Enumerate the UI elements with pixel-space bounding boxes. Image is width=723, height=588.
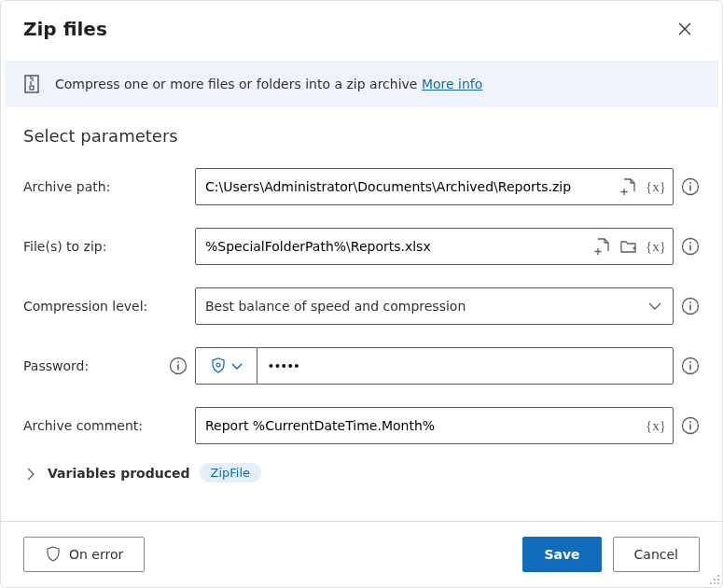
insert-variable-button[interactable] [645, 415, 665, 436]
files-to-zip-field [195, 228, 674, 265]
svg-point-12 [717, 582, 719, 584]
archive-path-input[interactable] [196, 169, 619, 204]
info-icon [681, 416, 700, 435]
dialog-title: Zip files [23, 18, 107, 40]
variables-produced-label: Variables produced [48, 466, 190, 481]
info-description: Compress one or more files or folders in… [55, 77, 422, 91]
label-compression-level: Compression level: [23, 299, 188, 314]
save-button[interactable]: Save [522, 537, 601, 572]
help-password[interactable] [681, 357, 700, 375]
more-info-link[interactable]: More info [422, 77, 482, 91]
cancel-button[interactable]: Cancel [613, 537, 700, 572]
variables-expand-toggle[interactable] [23, 466, 38, 481]
content-area: Select parameters Archive path: File(s) … [1, 107, 722, 521]
archive-comment-input[interactable] [196, 408, 645, 443]
dialog-footer: On error Save Cancel [1, 521, 722, 587]
password-field [195, 347, 674, 385]
chevron-down-icon [647, 298, 663, 315]
resize-grip[interactable] [708, 573, 721, 586]
insert-variable-button[interactable] [645, 236, 665, 257]
select-file-button[interactable] [592, 236, 613, 257]
file-select-icon [620, 177, 637, 196]
password-mode-toggle[interactable] [196, 348, 257, 384]
help-archive-path[interactable] [681, 177, 700, 196]
variable-icon [646, 238, 664, 255]
close-button[interactable] [670, 14, 700, 44]
info-icon [681, 357, 700, 375]
archive-path-field [195, 168, 674, 205]
zip-icon [23, 74, 42, 94]
variable-pill-zipfile[interactable]: ZipFile [200, 463, 262, 483]
row-compression-level: Compression level: Best balance of speed… [23, 287, 700, 325]
on-error-button[interactable]: On error [23, 537, 145, 572]
help-password-left[interactable] [169, 357, 188, 375]
variable-icon [646, 417, 664, 434]
label-files-to-zip: File(s) to zip: [23, 239, 188, 254]
shield-icon [45, 545, 62, 564]
info-icon [681, 177, 700, 196]
label-archive-comment: Archive comment: [23, 418, 188, 433]
close-icon [676, 21, 693, 37]
info-icon [681, 237, 700, 256]
svg-point-7 [717, 575, 719, 577]
folder-icon [619, 237, 638, 256]
files-to-zip-input[interactable] [196, 229, 592, 264]
help-compression-level[interactable] [681, 297, 700, 315]
label-archive-path: Archive path: [23, 179, 188, 194]
help-archive-comment[interactable] [681, 416, 700, 435]
row-archive-path: Archive path: [23, 168, 700, 205]
select-file-button[interactable] [619, 176, 639, 197]
chevron-down-icon [230, 359, 243, 372]
shield-icon [210, 357, 227, 375]
info-bar: Compress one or more files or folders in… [5, 61, 718, 107]
variables-produced-row: Variables produced ZipFile [23, 463, 700, 483]
variable-icon [646, 178, 664, 195]
info-icon [681, 297, 700, 315]
file-select-icon [594, 237, 611, 256]
row-archive-comment: Archive comment: [23, 407, 700, 444]
label-password: Password: [23, 358, 89, 373]
section-title: Select parameters [23, 126, 700, 146]
svg-point-11 [714, 582, 716, 584]
svg-point-10 [710, 582, 712, 584]
on-error-label: On error [69, 547, 123, 562]
password-input[interactable] [257, 348, 673, 384]
row-files-to-zip: File(s) to zip: [23, 228, 700, 265]
insert-variable-button[interactable] [645, 176, 665, 197]
help-files-to-zip[interactable] [681, 237, 700, 256]
compression-level-value: Best balance of speed and compression [205, 299, 466, 314]
info-icon [169, 357, 188, 375]
dialog-header: Zip files [1, 1, 722, 48]
svg-point-8 [714, 579, 716, 581]
select-folder-button[interactable] [619, 236, 639, 257]
chevron-right-icon [23, 466, 38, 481]
svg-point-9 [717, 579, 719, 581]
row-password: Password: [23, 347, 700, 385]
archive-comment-field [195, 407, 674, 444]
compression-level-select[interactable]: Best balance of speed and compression [195, 287, 674, 325]
